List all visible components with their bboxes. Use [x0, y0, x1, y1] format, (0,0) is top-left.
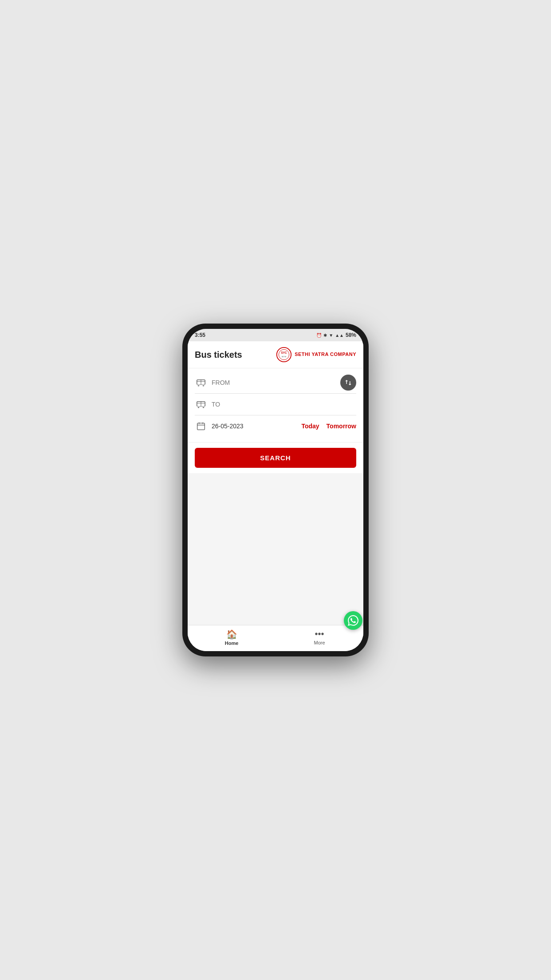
search-button[interactable]: SEARCH	[195, 448, 356, 468]
to-row	[195, 394, 356, 415]
signal-icon: ▲▲	[335, 333, 344, 338]
status-icons: ⏰ ✱ ▼ ▲▲ 58%	[316, 332, 356, 338]
app-content: Bus tickets SYC SETHI SETHI YATRA COMPAN…	[188, 341, 363, 651]
phone-frame: 3:55 ⏰ ✱ ▼ ▲▲ 58% Bus tickets SYC	[182, 324, 369, 656]
logo-area: SYC SETHI SETHI YATRA COMPANY	[276, 347, 356, 363]
swap-button[interactable]	[340, 375, 356, 391]
to-bus-icon	[195, 398, 207, 411]
status-time: 3:55	[195, 332, 205, 338]
logo-text: SETHI YATRA COMPANY	[295, 352, 356, 357]
main-content-area	[188, 473, 363, 625]
calendar-icon	[195, 420, 207, 432]
svg-text:SETHI: SETHI	[282, 356, 287, 358]
bottom-nav: 🏠 Home ••• More	[188, 625, 363, 651]
app-header: Bus tickets SYC SETHI SETHI YATRA COMPAN…	[188, 341, 363, 368]
tomorrow-button[interactable]: Tomorrow	[327, 423, 356, 430]
date-quick-buttons: Today Tomorrow	[301, 423, 356, 430]
wifi-icon: ▼	[329, 333, 333, 338]
from-input[interactable]	[212, 379, 356, 386]
date-display: 26-05-2023	[212, 423, 301, 430]
page-title: Bus tickets	[195, 350, 242, 360]
phone-screen: 3:55 ⏰ ✱ ▼ ▲▲ 58% Bus tickets SYC	[188, 329, 363, 651]
svg-rect-14	[197, 407, 205, 407]
svg-rect-16	[197, 423, 205, 430]
more-icon: •••	[315, 629, 324, 639]
status-bar: 3:55 ⏰ ✱ ▼ ▲▲ 58%	[188, 329, 363, 341]
battery-level: 58%	[346, 332, 356, 338]
date-row: 26-05-2023 Today Tomorrow	[195, 415, 356, 437]
svg-text:SYC: SYC	[281, 351, 287, 354]
nav-more-label: More	[314, 640, 325, 645]
svg-rect-8	[197, 385, 205, 386]
from-bus-icon	[195, 376, 207, 389]
search-form: 26-05-2023 Today Tomorrow	[188, 368, 363, 443]
home-icon: 🏠	[226, 629, 237, 640]
from-row	[195, 372, 356, 394]
nav-home[interactable]: 🏠 Home	[188, 629, 276, 646]
whatsapp-fab[interactable]	[344, 611, 362, 630]
alarm-icon: ⏰	[316, 333, 322, 338]
logo-icon: SYC SETHI	[276, 347, 292, 363]
bluetooth-icon: ✱	[323, 333, 327, 338]
to-input[interactable]	[212, 401, 356, 408]
nav-more[interactable]: ••• More	[276, 629, 363, 646]
today-button[interactable]: Today	[301, 423, 319, 430]
search-btn-container: SEARCH	[188, 443, 363, 473]
nav-home-label: Home	[225, 640, 239, 646]
